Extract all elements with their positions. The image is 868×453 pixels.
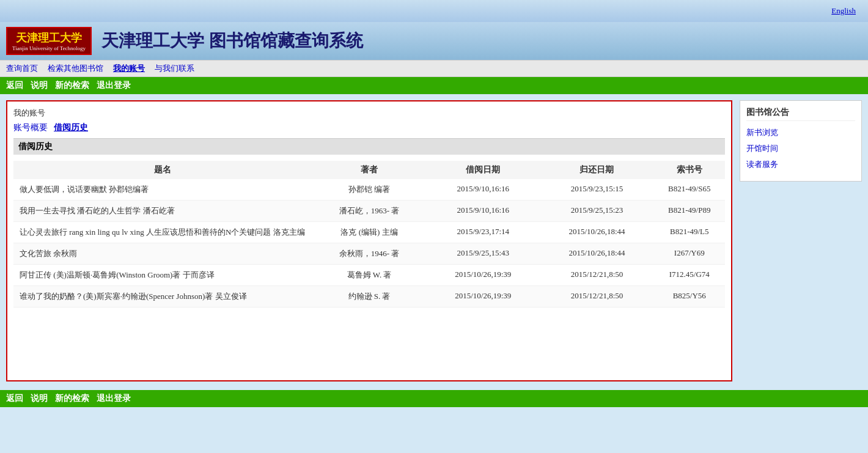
borrow-table: 题名 著者 借阅日期 归还日期 索书号 做人要低调，说话要幽默 孙郡铠编著 孙郡… [13, 161, 725, 308]
right-panel: 图书馆公告 新书浏览 开馆时间 读者服务 [740, 100, 862, 182]
cell-author: 洛克 (编辑) 主编 [312, 222, 426, 243]
right-panel-opening-hours[interactable]: 开馆时间 [746, 143, 855, 154]
col-header-callnum: 索书号 [654, 161, 725, 179]
cell-callnum: B821-49/P89 [654, 201, 725, 222]
cell-author: 余秋雨，1946- 著 [312, 243, 426, 265]
top-bar: English [0, 0, 868, 22]
cell-title: 让心灵去旅行 rang xin ling qu lv xing 人生应该思悟和善… [13, 222, 312, 243]
right-panel-reader-service[interactable]: 读者服务 [746, 159, 855, 170]
cell-author: 潘石屹，1963- 著 [312, 201, 426, 222]
cell-borrow-date: 2015/9/10,16:16 [426, 201, 540, 222]
section-title: 借阅历史 [13, 138, 725, 155]
col-header-title: 题名 [13, 161, 312, 179]
cell-author: 约翰逊 S. 著 [312, 286, 426, 308]
table-row: 我用一生去寻找 潘石屹的人生哲学 潘石屹著 潘石屹，1963- 著 2015/9… [13, 201, 725, 222]
cell-return-date: 2015/10/26,18:44 [540, 243, 653, 265]
action-new-search[interactable]: 新的检索 [55, 80, 89, 91]
logo-box: 天津理工大学 Tianjin University of Technology [6, 27, 92, 55]
cell-title: 阿甘正传 (美)温斯顿·葛鲁姆(Winston Groom)著 于而彦译 [13, 265, 312, 286]
table-row: 让心灵去旅行 rang xin ling qu lv xing 人生应该思悟和善… [13, 222, 725, 243]
cell-return-date: 2015/12/21,8:50 [540, 265, 653, 286]
cell-title: 谁动了我的奶酪？(美)斯宾塞·约翰逊(Spencer Johnson)著 吴立俊… [13, 286, 312, 308]
bottom-action-logout[interactable]: 退出登录 [97, 393, 131, 404]
my-account-label: 我的账号 [13, 108, 725, 119]
main-content: 我的账号 账号概要 借阅历史 借阅历史 题名 著者 借阅日期 归还日期 索书号 … [0, 94, 868, 388]
cell-return-date: 2015/10/26,18:44 [540, 222, 653, 243]
left-panel: 我的账号 账号概要 借阅历史 借阅历史 题名 著者 借阅日期 归还日期 索书号 … [6, 100, 732, 381]
cell-return-date: 2015/9/23,15:15 [540, 179, 653, 201]
right-panel-new-books[interactable]: 新书浏览 [746, 127, 855, 138]
header: 天津理工大学 Tianjin University of Technology … [0, 22, 868, 60]
logo-main-text: 天津理工大学 [12, 31, 86, 45]
site-title: 天津理工大学 图书馆馆藏查询系统 [101, 29, 363, 53]
bottom-action-new-search[interactable]: 新的检索 [55, 393, 89, 404]
cell-borrow-date: 2015/10/26,19:39 [426, 265, 540, 286]
cell-borrow-date: 2015/9/10,16:16 [426, 179, 540, 201]
cell-return-date: 2015/9/25,15:23 [540, 201, 653, 222]
cell-callnum: I267/Y69 [654, 243, 725, 265]
nav-my-account[interactable]: 我的账号 [113, 63, 145, 74]
cell-author: 葛鲁姆 W. 著 [312, 265, 426, 286]
bottom-action-bar: 返回 说明 新的检索 退出登录 [0, 390, 868, 407]
action-bar: 返回 说明 新的检索 退出登录 [0, 77, 868, 94]
col-header-borrow-date: 借阅日期 [426, 161, 540, 179]
right-panel-title: 图书馆公告 [746, 107, 855, 121]
cell-borrow-date: 2015/9/23,17:14 [426, 222, 540, 243]
table-row: 谁动了我的奶酪？(美)斯宾塞·约翰逊(Spencer Johnson)著 吴立俊… [13, 286, 725, 308]
nav-search-libraries[interactable]: 检索其他图书馆 [48, 63, 103, 74]
logo-sub-text: Tianjin University of Technology [12, 45, 86, 51]
english-link[interactable]: English [831, 6, 856, 16]
cell-title: 做人要低调，说话要幽默 孙郡铠编著 [13, 179, 312, 201]
table-row: 文化苦旅 余秋雨 余秋雨，1946- 著 2015/9/25,15:43 201… [13, 243, 725, 265]
table-row: 阿甘正传 (美)温斯顿·葛鲁姆(Winston Groom)著 于而彦译 葛鲁姆… [13, 265, 725, 286]
nav-query-home[interactable]: 查询首页 [6, 63, 38, 74]
action-back[interactable]: 返回 [6, 80, 23, 91]
cell-callnum: B825/Y56 [654, 286, 725, 308]
cell-callnum: B821-49/S65 [654, 179, 725, 201]
cell-borrow-date: 2015/10/26,19:39 [426, 286, 540, 308]
nav-bar: 查询首页 检索其他图书馆 我的账号 与我们联系 [0, 60, 868, 77]
cell-return-date: 2015/12/21,8:50 [540, 286, 653, 308]
cell-title: 文化苦旅 余秋雨 [13, 243, 312, 265]
account-summary-link[interactable]: 账号概要 [13, 122, 48, 133]
action-help[interactable]: 说明 [31, 80, 48, 91]
col-header-return-date: 归还日期 [540, 161, 653, 179]
cell-callnum: B821-49/L5 [654, 222, 725, 243]
bottom-action-back[interactable]: 返回 [6, 393, 23, 404]
action-logout[interactable]: 退出登录 [97, 80, 131, 91]
cell-author: 孙郡铠 编著 [312, 179, 426, 201]
col-header-author: 著者 [312, 161, 426, 179]
cell-callnum: I712.45/G74 [654, 265, 725, 286]
cell-title: 我用一生去寻找 潘石屹的人生哲学 潘石屹著 [13, 201, 312, 222]
table-row: 做人要低调，说话要幽默 孙郡铠编著 孙郡铠 编著 2015/9/10,16:16… [13, 179, 725, 201]
nav-contact-us[interactable]: 与我们联系 [155, 63, 194, 74]
account-links: 账号概要 借阅历史 [13, 122, 725, 133]
bottom-action-help[interactable]: 说明 [31, 393, 48, 404]
cell-borrow-date: 2015/9/25,15:43 [426, 243, 540, 265]
borrow-history-link[interactable]: 借阅历史 [54, 122, 88, 133]
